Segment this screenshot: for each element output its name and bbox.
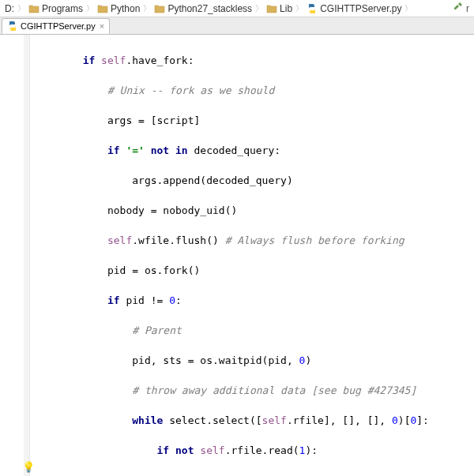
folder-icon [154, 4, 165, 13]
chevron-right-icon: 〉 [16, 3, 27, 14]
breadcrumb-label: Programs [42, 3, 83, 14]
breadcrumb-file[interactable]: CGIHTTPServer.py [305, 3, 403, 14]
folder-icon [266, 4, 277, 13]
python-file-icon [307, 3, 318, 14]
breadcrumb-folder[interactable]: Python27_stackless [152, 3, 254, 14]
python-file-icon [7, 21, 18, 32]
toolbar-right[interactable]: r [453, 2, 471, 15]
breadcrumb-label: D: [5, 3, 14, 14]
gutter[interactable]: 💡 [0, 35, 30, 476]
breadcrumb-root[interactable]: D: [3, 3, 16, 14]
code-area[interactable]: if self.have_fork: # Unix -- fork as we … [30, 35, 474, 476]
hammer-icon [453, 2, 464, 15]
breadcrumb-label: CGIHTTPServer.py [320, 3, 401, 14]
chevron-right-icon: 〉 [254, 3, 265, 14]
folder-icon [97, 4, 108, 13]
breadcrumb-label: Python [111, 3, 140, 14]
editor-tab-active[interactable]: CGIHTTPServer.py × [2, 18, 110, 34]
chevron-right-icon: 〉 [85, 3, 96, 14]
tab-label: CGIHTTPServer.py [21, 21, 96, 31]
breadcrumb-bar: D: 〉 Programs 〉 Python 〉 Python27_stackl… [0, 0, 474, 17]
folder-icon [28, 4, 40, 13]
toolbar-label: r [466, 3, 469, 14]
breadcrumb-label: Python27_stackless [167, 3, 252, 14]
editor-area: 💡 if self.have_fork: # Unix -- fork as w… [0, 35, 474, 476]
breadcrumb-label: Lib [280, 3, 292, 14]
tab-bar: CGIHTTPServer.py × [0, 17, 474, 35]
chevron-right-icon: 〉 [141, 3, 152, 14]
breadcrumb-folder[interactable]: Python [96, 3, 141, 14]
close-icon[interactable]: × [100, 21, 104, 31]
chevron-right-icon: 〉 [403, 3, 414, 14]
gutter-fold-stripe [24, 35, 29, 476]
intention-bulb-icon[interactable]: 💡 [22, 461, 35, 473]
breadcrumb-folder[interactable]: Lib [265, 3, 294, 14]
breadcrumb-folder[interactable]: Programs [27, 3, 85, 14]
chevron-right-icon: 〉 [294, 3, 305, 14]
